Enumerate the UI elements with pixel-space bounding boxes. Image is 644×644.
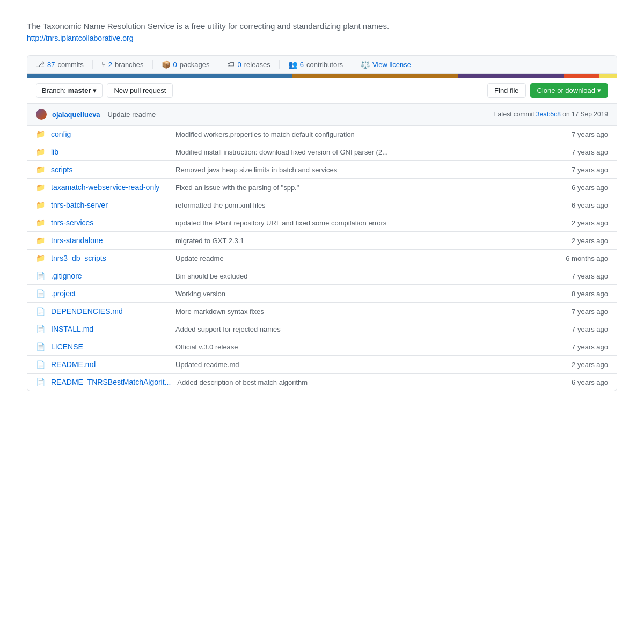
commit-date: on 17 Sep 2019 [562, 111, 608, 118]
toolbar-left: Branch: master ▾ New pull request [36, 83, 173, 98]
toolbar-right: Find file Clone or download ▾ [487, 83, 608, 98]
file-name[interactable]: .project [51, 289, 169, 298]
releases-stat[interactable]: 🏷 0 releases [218, 60, 279, 69]
file-name[interactable]: tnrs-services [51, 218, 169, 227]
commits-label: commits [57, 61, 83, 69]
folder-icon: 📁 [36, 218, 45, 227]
license-link[interactable]: View license [372, 61, 411, 69]
file-name[interactable]: tnrs3_db_scripts [51, 254, 169, 262]
table-row: 📄DEPENDENCIES.mdMore markdown syntax fix… [27, 303, 617, 320]
commits-icon: ⎇ [36, 60, 45, 69]
file-commit-message: Working version [175, 290, 553, 298]
table-row: 📁tnrs-batch-serverreformatted the pom.xm… [27, 196, 617, 214]
packages-label: packages [180, 61, 210, 69]
commit-hash[interactable]: 3eab5c8 [536, 111, 561, 118]
file-commit-message: migrated to GXT 2.3.1 [175, 237, 553, 245]
file-time: 6 years ago [560, 378, 608, 386]
file-name[interactable]: .gitignore [51, 272, 169, 280]
branches-stat[interactable]: ⑂ 2 branches [93, 60, 153, 69]
file-commit-message: Update readme [175, 254, 553, 262]
language-bar [27, 74, 617, 78]
license-stat[interactable]: ⚖️ View license [352, 60, 420, 69]
contributors-label: contributors [306, 61, 343, 69]
file-time: 7 years ago [560, 325, 608, 333]
file-commit-message: Modified install instruction: download f… [175, 148, 553, 156]
commit-message: Update readme [108, 111, 156, 119]
file-name[interactable]: LICENSE [51, 342, 169, 351]
language-segment [292, 74, 458, 78]
file-commit-message: Modified workers.properties to match def… [175, 130, 553, 138]
chevron-down-icon: ▾ [93, 86, 97, 94]
branch-select-button[interactable]: Branch: master ▾ [36, 83, 103, 98]
file-time: 6 years ago [560, 201, 608, 209]
file-name[interactable]: INSTALL.md [51, 325, 169, 333]
file-commit-message: Added support for rejected names [175, 325, 553, 333]
language-segment [564, 74, 599, 78]
chevron-down-icon: ▾ [597, 86, 601, 94]
releases-label: releases [244, 61, 270, 69]
file-name[interactable]: tnrs-standalone [51, 236, 169, 245]
file-table: 📁configModified workers.properties to ma… [27, 126, 617, 391]
commit-author[interactable]: ojalaquellueva [52, 111, 100, 119]
file-name[interactable]: scripts [51, 165, 169, 174]
contributors-count[interactable]: 6 [300, 61, 304, 69]
releases-count[interactable]: 0 [237, 61, 241, 69]
file-commit-message: Updated readme.md [175, 361, 553, 369]
file-commit-message: More markdown syntax fixes [175, 308, 553, 316]
table-row: 📄.projectWorking version8 years ago [27, 285, 617, 303]
file-commit-message: reformatted the pom.xml files [175, 201, 553, 209]
packages-icon: 📦 [162, 60, 171, 69]
clone-label: Clone or download [537, 86, 595, 94]
new-pull-request-button[interactable]: New pull request [107, 83, 173, 98]
packages-stat[interactable]: 📦 0 packages [153, 60, 219, 69]
table-row: 📁tnrs3_db_scriptsUpdate readme6 months a… [27, 250, 617, 267]
contributors-stat[interactable]: 👥 6 contributors [280, 60, 352, 69]
commits-count[interactable]: 87 [47, 61, 55, 69]
folder-icon: 📁 [36, 201, 45, 209]
find-file-button[interactable]: Find file [487, 83, 526, 98]
license-icon: ⚖️ [361, 60, 370, 69]
file-name[interactable]: README.md [51, 360, 169, 369]
branches-count[interactable]: 2 [108, 61, 112, 69]
table-row: 📁configModified workers.properties to ma… [27, 126, 617, 143]
file-commit-message: Bin should be excluded [175, 272, 553, 280]
file-time: 7 years ago [560, 308, 608, 316]
table-row: 📁taxamatch-webservice-read-onlyFixed an … [27, 179, 617, 196]
file-time: 7 years ago [560, 272, 608, 280]
file-time: 6 months ago [560, 254, 608, 262]
folder-icon: 📁 [36, 130, 45, 138]
file-time: 2 years ago [560, 237, 608, 245]
language-segment [27, 74, 292, 78]
file-icon: 📄 [36, 325, 45, 333]
file-name[interactable]: taxamatch-webservice-read-only [51, 183, 169, 192]
table-row: 📄README_TNRSBestMatchAlgorit...Added des… [27, 374, 617, 391]
folder-icon: 📁 [36, 254, 45, 262]
stats-bar: ⎇ 87 commits ⑂ 2 branches 📦 0 packages 🏷… [27, 55, 617, 74]
file-time: 2 years ago [560, 361, 608, 369]
commit-hash-prefix: Latest commit [494, 111, 535, 118]
file-time: 6 years ago [560, 184, 608, 192]
commits-stat[interactable]: ⎇ 87 commits [36, 60, 93, 69]
file-commit-message: Fixed an issue with the parsing of "spp.… [175, 184, 553, 192]
file-name[interactable]: config [51, 130, 169, 138]
file-commit-message: Added description of best match algorith… [177, 378, 553, 386]
repo-url[interactable]: http://tnrs.iplantcollaborative.org [27, 34, 617, 42]
branches-label: branches [115, 61, 143, 69]
table-row: 📁scriptsRemoved java heap size limits in… [27, 161, 617, 179]
language-segment [599, 74, 617, 78]
packages-count[interactable]: 0 [173, 61, 177, 69]
branch-name-label: master [68, 86, 91, 94]
commit-meta: Latest commit 3eab5c8 on 17 Sep 2019 [494, 111, 608, 118]
file-time: 7 years ago [560, 166, 608, 174]
file-icon: 📄 [36, 289, 45, 298]
file-name[interactable]: DEPENDENCIES.md [51, 307, 169, 316]
file-name[interactable]: README_TNRSBestMatchAlgorit... [51, 378, 171, 386]
table-row: 📁tnrs-servicesupdated the iPlant reposit… [27, 214, 617, 232]
table-row: 📁libModified install instruction: downlo… [27, 143, 617, 161]
language-segment [458, 74, 564, 78]
file-name[interactable]: lib [51, 148, 169, 156]
clone-or-download-button[interactable]: Clone or download ▾ [530, 83, 608, 98]
file-name[interactable]: tnrs-batch-server [51, 201, 169, 209]
file-icon: 📄 [36, 342, 45, 351]
branches-icon: ⑂ [101, 60, 106, 69]
